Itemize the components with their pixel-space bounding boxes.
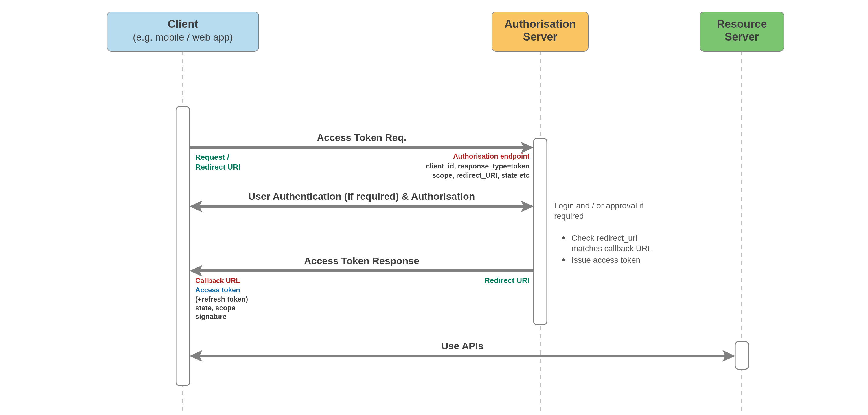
svg-text:Check redirect_uri: Check redirect_uri	[571, 234, 637, 242]
sequence-diagram: Client (e.g. mobile / web app) Authorisa…	[0, 0, 868, 415]
note-callback-url: Callback URL	[195, 277, 240, 285]
svg-text:User Authentication (if requir: User Authentication (if required) & Auth…	[248, 191, 475, 202]
participant-resource: Resource Server	[700, 12, 784, 51]
note-access-token: Access token	[195, 286, 240, 294]
svg-text:Access Token Req.: Access Token Req.	[317, 132, 406, 143]
activation-resource	[735, 342, 748, 369]
participant-resource-title: Resource	[717, 18, 767, 30]
note-request-redirect-uri-l2: Redirect URI	[195, 162, 241, 171]
participant-client-title: Client	[167, 18, 198, 30]
participant-resource-sub: Server	[725, 31, 759, 43]
svg-text:required: required	[554, 212, 584, 220]
svg-point-19	[562, 236, 565, 239]
note-signature: signature	[195, 313, 226, 320]
note-params-l2: scope, redirect_URI, state etc	[432, 171, 529, 179]
participant-auth-sub: Server	[523, 31, 558, 43]
note-authorisation-endpoint: Authorisation endpoint	[453, 152, 529, 160]
note-state-scope: state, scope	[195, 304, 236, 312]
participant-client: Client (e.g. mobile / web app)	[107, 12, 259, 51]
note-redirect-uri: Redirect URI	[484, 276, 529, 285]
svg-text:Access Token Response: Access Token Response	[304, 255, 419, 266]
note-params-l1: client_id, response_type=token	[426, 162, 529, 170]
participant-auth: Authorisation Server	[492, 12, 588, 51]
participant-client-sub: (e.g. mobile / web app)	[133, 32, 233, 42]
message-access-token-response: Access Token Response Redirect URI Callb…	[189, 255, 533, 320]
activation-auth	[533, 138, 547, 325]
activation-client	[176, 107, 189, 386]
note-refresh-token: (+refresh token)	[195, 295, 248, 303]
svg-text:Issue access token: Issue access token	[571, 256, 640, 265]
message-use-apis: Use APIs	[189, 340, 735, 362]
svg-text:matches callback URL: matches callback URL	[571, 244, 652, 253]
svg-text:Use APIs: Use APIs	[441, 340, 484, 351]
svg-point-22	[562, 259, 565, 261]
message-user-authentication: User Authentication (if required) & Auth…	[189, 191, 533, 212]
message-access-token-request: Access Token Req. Request / Redirect URI…	[189, 132, 533, 179]
participant-auth-title: Authorisation	[505, 18, 576, 30]
note-request-redirect-uri-l1: Request /	[195, 153, 229, 161]
svg-text:Login and / or approval if: Login and / or approval if	[554, 201, 643, 210]
side-note-auth-server: Login and / or approval if required Chec…	[554, 201, 652, 265]
